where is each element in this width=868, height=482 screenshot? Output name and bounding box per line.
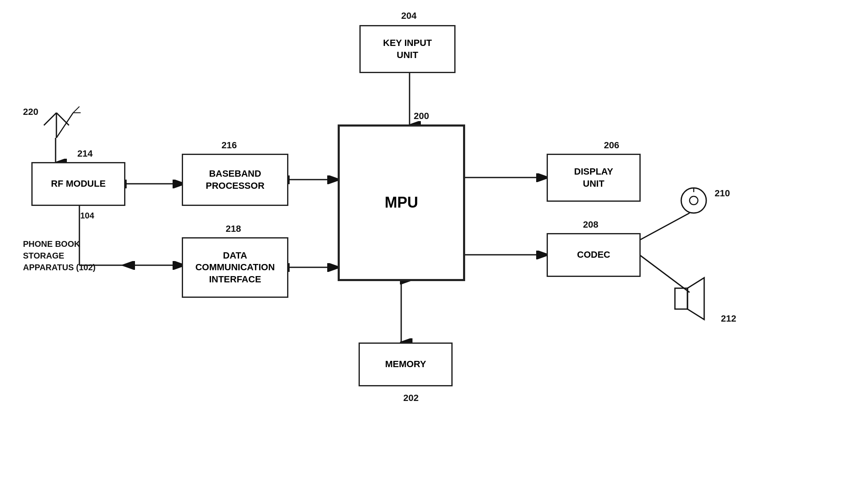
codec-block: CODEC — [547, 233, 641, 277]
display-unit-block: DISPLAYUNIT — [547, 154, 641, 202]
ref-204: 204 — [401, 10, 417, 21]
mpu-label: MPU — [385, 193, 418, 213]
data-comm-interface-block: DATACOMMUNICATIONINTERFACE — [182, 237, 288, 298]
ref-208: 208 — [583, 219, 598, 230]
codec-label: CODEC — [577, 249, 610, 261]
memory-block: MEMORY — [359, 342, 453, 386]
phone-book-storage-label: PHONE BOOKSTORAGEAPPARATUS (102) — [23, 238, 96, 273]
svg-line-19 — [56, 113, 69, 125]
svg-point-24 — [690, 196, 698, 205]
ref-216: 216 — [221, 140, 237, 151]
antenna-icon — [31, 92, 81, 142]
ref-104: 104 — [80, 211, 94, 221]
svg-line-18 — [44, 113, 56, 125]
key-input-unit-label: KEY INPUTUNIT — [383, 37, 432, 61]
ref-214: 214 — [77, 148, 93, 159]
diagram-container: KEY INPUTUNIT 204 RF MODULE 214 BASEBAND… — [0, 0, 868, 482]
ref-200: 200 — [414, 111, 429, 122]
mpu-block: MPU — [338, 124, 465, 281]
rf-module-label: RF MODULE — [51, 178, 106, 190]
ref-220: 220 — [23, 107, 38, 117]
display-unit-label: DISPLAYUNIT — [574, 166, 613, 190]
speaker-icon — [673, 276, 715, 322]
ref-206: 206 — [604, 140, 619, 151]
baseband-processor-block: BASEBANDPROCESSOR — [182, 154, 288, 206]
baseband-processor-label: BASEBANDPROCESSOR — [206, 168, 265, 192]
svg-rect-26 — [675, 288, 687, 309]
rf-module-block: RF MODULE — [31, 162, 125, 206]
svg-line-20 — [56, 113, 73, 138]
ref-218: 218 — [226, 223, 241, 234]
memory-label: MEMORY — [385, 358, 426, 370]
earphone-icon — [677, 184, 710, 217]
ref-210: 210 — [715, 188, 730, 199]
data-comm-interface-label: DATACOMMUNICATIONINTERFACE — [195, 250, 275, 286]
ref-212: 212 — [721, 313, 736, 324]
ref-202: 202 — [403, 393, 419, 403]
svg-line-21 — [73, 107, 79, 113]
svg-marker-27 — [687, 278, 704, 320]
key-input-unit-block: KEY INPUTUNIT — [359, 25, 456, 73]
